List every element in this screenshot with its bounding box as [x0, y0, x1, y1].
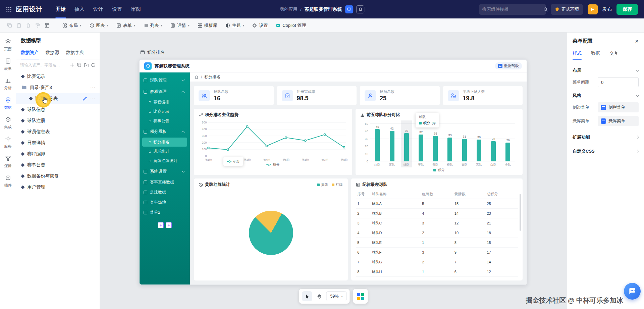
zoom-select[interactable]: 59% ▾ [326, 291, 346, 301]
add-submenu-button[interactable]: + [166, 222, 172, 228]
top-menu-item[interactable]: 开始 [51, 0, 70, 18]
stat-card[interactable]: 注册完成率98.5 [277, 86, 357, 105]
tree-asset-item[interactable]: 比赛记录 [16, 71, 100, 82]
tree-asset-item[interactable]: 数据备份与恢复 [16, 170, 100, 182]
preview-run-button[interactable]: ▶ [588, 4, 598, 14]
custom-css-section[interactable]: 自定义CSS [573, 148, 639, 154]
rail-item[interactable]: 数据 [1, 94, 15, 113]
bar[interactable]: 30 [472, 125, 486, 161]
app-grid-icon[interactable] [6, 6, 12, 12]
save-button[interactable]: 保存 [616, 4, 638, 15]
preview-menu-item[interactable]: 足球数据 [140, 187, 190, 197]
line-chart-card[interactable]: 积分排名变化趋势 0100200300400500第1轮第2轮第3轮第4轮第5轮… [194, 109, 352, 175]
preview-menu-item[interactable]: 赛事场地 [140, 197, 190, 207]
chart-legend[interactable]: 积分 [360, 167, 518, 172]
more-options-icon[interactable]: ··· [90, 96, 96, 101]
publish-button[interactable]: 发布 [602, 6, 612, 12]
bar[interactable]: 45 [370, 125, 385, 161]
stat-card[interactable]: 球员总数25 [360, 86, 440, 105]
asset-search[interactable] [16, 59, 100, 69]
app-preview-frame[interactable]: 苏超联赛管理系统 数据驾驶 球队管理赛程管理赛程编排比赛记录赛事公告积分看板积分… [139, 59, 527, 285]
tree-asset-item[interactable]: 比赛积分表··· [16, 93, 100, 104]
top-menu-item[interactable]: 设置 [108, 0, 126, 18]
preview-menu-group[interactable]: 球队管理 [140, 74, 190, 86]
table-card[interactable]: 纪律最差球队 序号球队名称红牌数黄牌数总积分1球队A515252球队B41423… [351, 178, 523, 280]
line-chart[interactable]: 0100200300400500第1轮第2轮第3轮第4轮第5轮第6轮第7轮第8轮 [199, 119, 347, 162]
toolbar-dropdown[interactable]: 设置 [249, 20, 271, 31]
tree-asset-item[interactable]: 球队信息 [16, 104, 100, 115]
legend-item[interactable]: 红牌 [332, 183, 342, 187]
rail-item[interactable]: 页面 [1, 36, 15, 54]
top-menu-item[interactable]: 插入 [70, 0, 89, 18]
preview-menu-subitem[interactable]: 进球统计 [142, 147, 187, 156]
config-tab[interactable]: 样式 [573, 48, 582, 60]
add-icon[interactable] [70, 63, 74, 67]
preview-menu-subitem[interactable]: 比赛记录 [142, 107, 187, 116]
environment-badge[interactable]: 正式环境 [551, 4, 583, 15]
rail-item[interactable]: 插件 [1, 172, 15, 191]
pan-tool-button[interactable] [314, 291, 324, 301]
refresh-icon[interactable] [91, 63, 96, 67]
table-row[interactable]: 2球队B41423 [356, 209, 518, 218]
toolbar-dropdown[interactable]: 主题▾ [222, 20, 248, 31]
table-row[interactable]: 3球队C31221 [356, 218, 518, 228]
widget-grid-button[interactable] [353, 289, 368, 304]
style-section-header[interactable]: 风格 [573, 93, 639, 99]
side-menu-select[interactable]: 侧栏菜单 [598, 102, 639, 112]
preview-menu-group[interactable]: 系统设置 [140, 166, 190, 177]
toolbar-dropdown[interactable]: 列表▾ [140, 20, 166, 31]
bar-chart[interactable]: 0102030405045423937353331302826红队蓝队绿队黄队紫… [360, 119, 518, 167]
trash-icon[interactable] [23, 21, 33, 30]
rail-item[interactable]: 服务 [1, 133, 15, 152]
board-icon[interactable] [42, 21, 52, 30]
format-brush-icon[interactable] [33, 21, 42, 30]
layout-section-header[interactable]: 布局 [573, 67, 639, 73]
preview-menu-group[interactable]: 赛程管理 [140, 86, 190, 97]
config-tab[interactable]: 数据 [591, 48, 600, 60]
folder-add-icon[interactable] [84, 63, 89, 67]
top-menu-item[interactable]: 设计 [89, 0, 108, 18]
preview-menu-item[interactable]: 菜单2 [140, 207, 190, 217]
data-model-tab[interactable]: 数据字典 [66, 47, 84, 59]
stat-card[interactable]: 球队总数16 [194, 86, 274, 105]
bar-chart-card[interactable]: 前五球队积分对比 0102030405045423937353331302826… [356, 109, 523, 175]
search-input[interactable] [482, 7, 541, 12]
legend-item[interactable]: 黄牌 [317, 183, 328, 187]
preview-menu-subitem[interactable]: 赛程编排 [142, 98, 187, 107]
home-icon[interactable] [195, 75, 199, 79]
asset-search-input[interactable] [20, 63, 67, 67]
design-canvas[interactable]: 积分排名 苏超联赛管理系统 数据驾驶 球队管理赛程管理赛程编排比赛记录赛事公告积… [100, 33, 567, 309]
table-row[interactable]: 1球队A51525 [356, 199, 518, 209]
duplicate-icon[interactable] [77, 63, 82, 67]
preview-sidebar[interactable]: 球队管理赛程管理赛程编排比赛记录赛事公告积分看板积分排名进球统计黄牌红牌统计系统… [140, 72, 190, 285]
preview-menu-item[interactable]: 赛事直播数据 [140, 177, 190, 187]
data-model-tab[interactable]: 数据源 [46, 47, 59, 59]
breadcrumb-my-apps[interactable]: 我的应用 [280, 6, 297, 12]
tree-folder-item[interactable]: 目录-资产3··· [16, 82, 100, 93]
add-menu-item-button[interactable]: + [158, 222, 164, 228]
tree-asset-item[interactable]: 赛程编排 [16, 148, 100, 159]
page-frame-label[interactable]: 积分排名 [140, 49, 165, 55]
rail-item[interactable]: 集成 [1, 114, 15, 132]
tree-asset-item[interactable]: 球队注册 [16, 115, 100, 126]
tree-asset-item[interactable]: 日志详情 [16, 137, 100, 148]
toolbar-dropdown[interactable]: 图表▾ [86, 20, 112, 31]
stat-card[interactable]: 平均上场人数19.8 [443, 86, 523, 105]
toolbar-dropdown[interactable]: 模板库 [194, 20, 221, 31]
pie-chart[interactable] [249, 211, 293, 255]
preview-menu-subitem[interactable]: 黄牌红牌统计 [142, 156, 187, 165]
table-row[interactable]: 7球队G2714 [356, 257, 518, 267]
toolbar-dropdown[interactable]: 布局▾ [59, 20, 85, 31]
bar[interactable]: 35 [428, 125, 443, 161]
table-row[interactable]: 8球队H1612 [356, 267, 518, 277]
bar[interactable]: 33 [443, 125, 457, 161]
rail-item[interactable]: 分析 [1, 75, 15, 93]
bar[interactable]: 31 [457, 125, 472, 161]
tree-asset-item[interactable]: 用户管理 [16, 182, 100, 193]
bar[interactable]: 39 [399, 125, 414, 161]
copy-icon[interactable] [5, 21, 14, 30]
chart-legend[interactable]: 积分 [199, 162, 347, 167]
close-icon[interactable]: × [635, 38, 639, 44]
preview-menu-group[interactable]: 积分看板 [140, 126, 190, 137]
extensions-section[interactable]: 扩展功能 [573, 134, 639, 140]
